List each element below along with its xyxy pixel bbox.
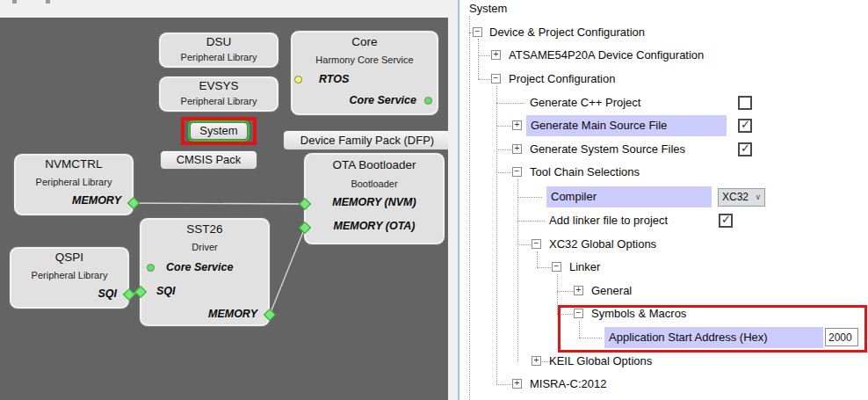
- port-label-sqi: SQI: [98, 287, 117, 300]
- block-title: DSU: [159, 35, 278, 48]
- block-subtitle: Driver: [140, 242, 270, 252]
- status-dot-core-service: [424, 97, 432, 105]
- tree-item-misra-c-2012[interactable]: MISRA-C:2012: [530, 374, 606, 395]
- compiler-dropdown[interactable]: XC32 ∨: [718, 188, 765, 207]
- tree-guide: [496, 149, 511, 150]
- tree-guide: [517, 244, 531, 245]
- block-ota-bootloader[interactable]: OTA Bootloader Bootloader MEMORY (NVM) M…: [303, 152, 445, 245]
- tree-guide: [517, 179, 518, 361]
- tree-item-xc32-global-options[interactable]: XC32 Global Options: [549, 234, 656, 255]
- tree-item-keil-global-options[interactable]: KEIL Global Options: [549, 351, 652, 372]
- tree-guide: [496, 172, 511, 173]
- tree-item-tool-chain-selections[interactable]: Tool Chain Selections: [530, 162, 640, 183]
- block-subtitle: Peripheral Library: [10, 270, 129, 280]
- block-dsu[interactable]: DSU Peripheral Library: [158, 32, 279, 69]
- block-subtitle: Peripheral Library: [159, 96, 278, 106]
- port-label-core-service: Core Service: [350, 94, 416, 106]
- expand-icon[interactable]: [512, 379, 522, 389]
- tree-item-device-configuration[interactable]: ATSAME54P20A Device Configuration: [509, 45, 704, 66]
- tree-item-add-linker-file[interactable]: Add linker file to project: [549, 210, 668, 231]
- tree-item-generate-system-source-files[interactable]: Generate System Source Files: [530, 139, 685, 160]
- expand-icon[interactable]: [512, 144, 522, 154]
- block-nvmctrl[interactable]: NVMCTRL Peripheral Library MEMORY: [13, 153, 134, 216]
- toolbar-strip: [0, 0, 460, 18]
- block-title: SST26: [140, 222, 270, 236]
- tree-guide: [478, 55, 490, 56]
- expand-icon[interactable]: [512, 120, 522, 130]
- block-subtitle: Bootloader: [304, 178, 445, 189]
- block-qspi[interactable]: QSPI Peripheral Library SQI: [9, 246, 130, 309]
- block-title: EVSYS: [159, 79, 278, 92]
- port-label-memory-ota: MEMORY (OTA): [304, 220, 445, 232]
- system-annotation-rect: System: [181, 117, 257, 145]
- block-title: QSPI: [10, 251, 129, 264]
- toolbar-icon: [46, 0, 50, 4]
- block-core[interactable]: Core Harmony Core Service RTOS Core Serv…: [290, 30, 439, 116]
- block-sst26[interactable]: SST26 Driver Core Service SQI MEMORY: [139, 217, 271, 327]
- tree-item-linker[interactable]: Linker: [569, 257, 600, 278]
- tree-guide: [517, 197, 542, 198]
- port-label-sqi: SQI: [156, 285, 176, 297]
- system-button[interactable]: System: [190, 122, 248, 140]
- chevron-down-icon: ∨: [755, 189, 761, 206]
- tree-guide: [478, 39, 479, 79]
- device-family-pack-button[interactable]: Device Family Pack (DFP): [283, 130, 448, 150]
- mplab-harmony-configurator: DSU Peripheral Library EVSYS Peripheral …: [0, 0, 868, 400]
- tree-item-device-project-configuration[interactable]: Device & Project Configuration: [489, 22, 645, 43]
- checkbox-generate-cpp[interactable]: [738, 96, 752, 110]
- compiler-dropdown-value: XC32: [722, 189, 749, 206]
- block-title: Core: [291, 35, 438, 48]
- block-title: OTA Bootloader: [304, 158, 445, 171]
- tree-guide: [517, 221, 545, 222]
- port-label-core-service: Core Service: [166, 261, 233, 273]
- configuration-tree: System Device & Project Configuration AT…: [460, 0, 868, 400]
- tree-item-system[interactable]: System: [469, 0, 507, 19]
- port-label-rtos: RTOS: [319, 73, 349, 85]
- expand-icon[interactable]: [532, 356, 541, 366]
- checkbox-generate-system[interactable]: [738, 142, 752, 156]
- tree-item-project-configuration[interactable]: Project Configuration: [509, 69, 615, 90]
- collapse-icon[interactable]: [512, 167, 522, 177]
- expand-icon[interactable]: [491, 50, 501, 60]
- tree-item-compiler[interactable]: Compiler: [546, 186, 712, 207]
- block-title: NVMCTRL: [14, 157, 134, 171]
- checkbox-add-linker[interactable]: [719, 214, 733, 228]
- tree-item-generate-cpp-project[interactable]: Generate C++ Project: [530, 92, 640, 113]
- project-graph-canvas[interactable]: DSU Peripheral Library EVSYS Peripheral …: [0, 18, 448, 400]
- collapse-icon[interactable]: [552, 262, 561, 272]
- block-subtitle: Peripheral Library: [159, 52, 278, 62]
- status-dot-sst26-core-service: [147, 264, 155, 272]
- tree-guide: [496, 126, 511, 127]
- port-label-memory: MEMORY: [208, 308, 257, 320]
- block-subtitle: Peripheral Library: [14, 177, 134, 187]
- port-label-memory-nvm: MEMORY (NVM): [304, 196, 445, 208]
- status-dot-rtos: [294, 76, 302, 84]
- tree-item-generate-main-source-file[interactable]: Generate Main Source File: [526, 115, 727, 136]
- block-subtitle: Harmony Core Service: [291, 55, 438, 65]
- block-evsys[interactable]: EVSYS Peripheral Library: [158, 76, 279, 113]
- tree-guide: [496, 86, 497, 384]
- symbols-macros-annotation-rect: [558, 305, 867, 353]
- toolbar-icon: [12, 0, 17, 4]
- tree-item-general[interactable]: General: [591, 280, 632, 302]
- tree-guide: [496, 103, 524, 104]
- collapse-icon[interactable]: [532, 239, 541, 249]
- tree-guide: [537, 251, 538, 267]
- checkbox-generate-main[interactable]: [738, 119, 752, 133]
- port-label-memory: MEMORY: [72, 194, 121, 207]
- panel-splitter[interactable]: [458, 0, 459, 400]
- cmsis-pack-button[interactable]: CMSIS Pack: [160, 150, 257, 170]
- collapse-icon[interactable]: [491, 74, 501, 84]
- tree-guide: [537, 267, 551, 268]
- collapse-icon[interactable]: [473, 27, 482, 37]
- tree-guide: [478, 79, 490, 80]
- expand-icon[interactable]: [574, 286, 583, 295]
- tree-guide: [496, 384, 511, 385]
- tree-guide: [469, 16, 470, 400]
- tree-guide: [557, 291, 573, 292]
